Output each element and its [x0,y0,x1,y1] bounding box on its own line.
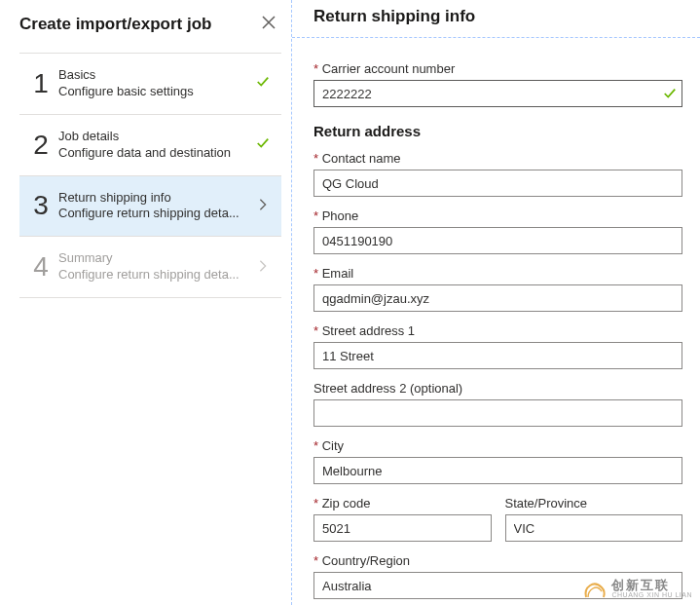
wizard-step-summary[interactable]: 4 Summary Configure return shipping deta… [19,236,281,298]
street2-label: Street address 2 (optional) [313,381,682,396]
step-subtitle: Configure return shipping deta... [58,267,252,284]
carrier-account-input[interactable] [313,80,682,107]
zip-input[interactable] [313,514,492,542]
step-text: Return shipping info Configure return sh… [58,190,252,223]
step-text: Job details Configure data and destinati… [58,129,252,162]
state-input[interactable] [505,514,683,542]
return-address-heading: Return address [313,123,682,139]
step-number: 3 [23,190,58,221]
step-subtitle: Configure basic settings [58,84,252,100]
step-text: Summary Configure return shipping deta..… [58,250,252,284]
chevron-right-icon [258,259,268,273]
street1-input[interactable] [313,342,682,369]
close-icon [262,16,276,29]
step-done-icon [252,136,274,153]
step-done-icon [252,75,274,92]
watermark: 创新互联 CHUANG XIN HU LIAN [582,578,692,599]
contact-name-label: Contact name [313,151,682,166]
contact-name-input[interactable] [313,170,682,197]
wizard-step-return-shipping[interactable]: 3 Return shipping info Configure return … [19,175,281,237]
watermark-text-zh: 创新互联 [611,579,692,591]
zip-label: Zip code [313,496,492,510]
check-icon [256,136,270,150]
check-icon [663,87,677,100]
step-active-icon [252,198,274,214]
step-number: 1 [23,68,58,99]
phone-input[interactable] [313,227,682,254]
step-title: Summary [58,250,252,267]
phone-label: Phone [313,208,682,223]
step-text: Basics Configure basic settings [58,67,252,100]
city-label: City [313,438,682,453]
watermark-text-en: CHUANG XIN HU LIAN [611,591,692,598]
wizard-title: Create import/export job [19,15,211,34]
carrier-account-label: Carrier account number [313,61,682,76]
state-label: State/Province [505,496,683,510]
step-title: Return shipping info [58,190,252,207]
form-panel: Return shipping info Carrier account num… [292,37,700,605]
country-label: Country/Region [313,553,682,568]
check-icon [256,75,270,89]
step-subtitle: Configure data and destination [58,145,252,162]
street2-input[interactable] [313,399,682,427]
step-number: 2 [23,130,58,161]
step-pending-icon [252,259,274,276]
chevron-right-icon [258,198,268,211]
close-button[interactable] [256,12,281,37]
step-number: 4 [23,251,58,283]
watermark-logo-icon [582,578,608,599]
email-label: Email [313,266,682,281]
step-subtitle: Configure return shipping deta... [58,206,252,222]
wizard-steps: 1 Basics Configure basic settings 2 Job … [19,53,281,298]
step-title: Basics [58,67,252,84]
wizard-left-panel: Create import/export job 1 Basics Config… [0,0,292,605]
wizard-step-basics[interactable]: 1 Basics Configure basic settings [19,53,281,114]
email-input[interactable] [313,284,682,312]
city-input[interactable] [313,457,682,484]
wizard-header: Create import/export job [19,12,281,47]
step-title: Job details [58,129,252,145]
street1-label: Street address 1 [313,323,682,338]
form-title: Return shipping info [313,7,475,26]
wizard-step-job-details[interactable]: 2 Job details Configure data and destina… [19,114,281,175]
